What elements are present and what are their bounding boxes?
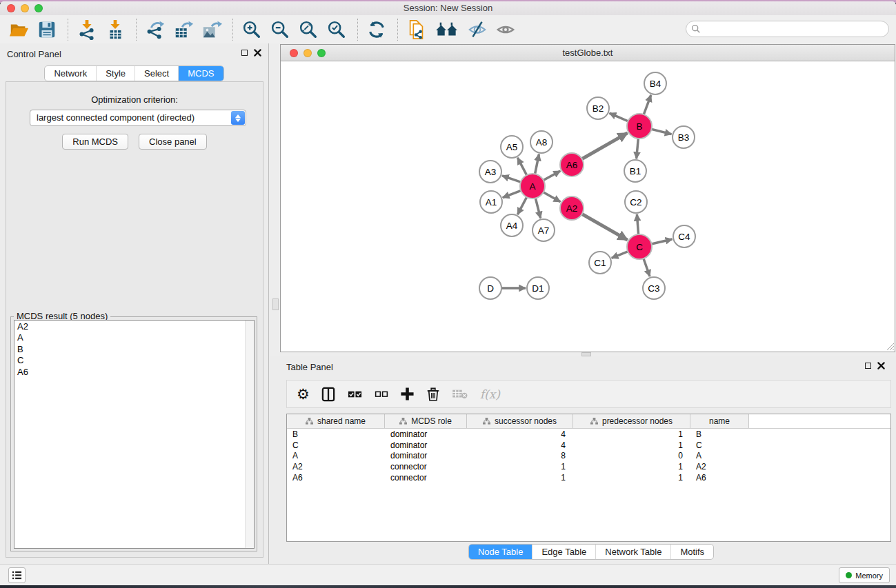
optimization-criterion-select[interactable]: largest connected component (directed) xyxy=(30,110,246,126)
node-label-A8: A8 xyxy=(536,137,548,148)
node-label-A6: A6 xyxy=(566,160,578,170)
table-cell: A6 xyxy=(287,473,385,483)
save-session-icon[interactable] xyxy=(37,19,57,40)
table-row[interactable]: Bdominator41B xyxy=(287,429,890,440)
open-file-icon[interactable] xyxy=(8,19,29,40)
table-row[interactable]: Adominator80A xyxy=(287,451,890,462)
table-settings-icon[interactable]: ⚙ xyxy=(297,387,310,401)
mcds-result-item[interactable]: A6 xyxy=(17,367,28,378)
table-cell: connector xyxy=(385,462,467,472)
select-all-icon[interactable] xyxy=(348,387,363,402)
search-input[interactable] xyxy=(701,22,888,36)
export-table-icon[interactable] xyxy=(173,19,194,40)
deselect-all-icon[interactable] xyxy=(375,387,388,401)
table-cell: connector xyxy=(385,473,467,483)
float-panel-icon[interactable] xyxy=(241,50,248,56)
tab-network[interactable]: Network xyxy=(45,66,96,81)
tab-mcds[interactable]: MCDS xyxy=(178,66,223,81)
control-panel-header: Control Panel xyxy=(0,43,268,64)
column-header-name[interactable]: name xyxy=(690,414,749,428)
close-window-button[interactable] xyxy=(7,4,15,12)
network-canvas[interactable]: ABCA6A2A1A3A4A5A7A8B1B2B3B4C1C2C3C4DD1 xyxy=(281,61,895,351)
delete-column-icon[interactable] xyxy=(426,387,440,402)
show-panels-button[interactable] xyxy=(8,567,26,583)
table-header-row: shared nameMCDS rolesuccessor nodesprede… xyxy=(287,414,890,429)
network-close-button[interactable] xyxy=(290,49,298,57)
table-cell: A6 xyxy=(690,473,749,483)
zoom-in-icon[interactable] xyxy=(241,19,262,40)
node-label-B: B xyxy=(636,121,642,132)
toolbar-separator xyxy=(136,19,137,41)
mcds-result-item[interactable]: C xyxy=(17,355,28,366)
mcds-result-item[interactable]: A2 xyxy=(17,321,28,332)
close-panel-button[interactable]: Close panel xyxy=(139,134,207,150)
tab-select[interactable]: Select xyxy=(135,66,178,81)
table-panel-header: Table Panel xyxy=(270,356,896,377)
minimize-window-button[interactable] xyxy=(21,4,29,12)
tab-node-table[interactable]: Node Table xyxy=(469,545,532,559)
network-overview-icon[interactable] xyxy=(435,19,459,40)
add-column-icon[interactable] xyxy=(400,387,415,401)
application-window: Session: New Session xyxy=(0,1,896,585)
node-label-B3: B3 xyxy=(678,132,690,143)
run-mcds-button[interactable]: Run MCDS xyxy=(62,134,128,150)
close-panel-icon[interactable] xyxy=(877,362,885,369)
table-row[interactable]: A2connector11A2 xyxy=(287,461,890,472)
table-row[interactable]: Cdominator41C xyxy=(287,440,890,451)
network-graph[interactable]: ABCA6A2A1A3A4A5A7A8B1B2B3B4C1C2C3C4DD1 xyxy=(281,61,895,351)
tab-network-table[interactable]: Network Table xyxy=(595,545,670,559)
mcds-result-item[interactable]: B xyxy=(17,344,28,355)
import-table-icon[interactable] xyxy=(105,19,126,40)
column-header-MCDS-role[interactable]: MCDS role xyxy=(385,414,467,428)
node-label-A5: A5 xyxy=(506,142,518,152)
node-table[interactable]: shared nameMCDS rolesuccessor nodesprede… xyxy=(286,414,891,542)
node-label-C: C xyxy=(636,242,643,252)
column-header-empty xyxy=(749,414,890,428)
column-header-predecessor-nodes[interactable]: predecessor nodes xyxy=(573,414,690,428)
zoom-out-icon[interactable] xyxy=(270,19,290,40)
tab-edge-table[interactable]: Edge Table xyxy=(532,545,595,559)
node-label-A2: A2 xyxy=(566,203,578,214)
network-window-titlebar[interactable]: testGlobe.txt xyxy=(281,45,895,61)
node-label-C2: C2 xyxy=(630,197,641,207)
close-panel-icon[interactable] xyxy=(254,49,261,57)
export-image-icon[interactable] xyxy=(201,19,222,40)
column-header-shared-name[interactable]: shared name xyxy=(287,414,385,428)
vertical-splitter-handle[interactable] xyxy=(272,298,279,310)
export-network-icon[interactable] xyxy=(145,19,166,40)
column-header-successor-nodes[interactable]: successor nodes xyxy=(467,414,573,428)
hide-graphics-icon[interactable] xyxy=(467,19,488,40)
network-minimize-button[interactable] xyxy=(303,49,312,57)
table-cell: C xyxy=(287,440,385,450)
import-network-icon[interactable] xyxy=(77,19,97,40)
toolbar-separator xyxy=(68,19,68,41)
resize-grip[interactable] xyxy=(885,341,894,350)
memory-button[interactable]: Memory xyxy=(839,567,890,583)
zoom-fit-icon[interactable] xyxy=(298,19,319,40)
mcds-result-item[interactable]: A xyxy=(17,332,28,343)
zoom-window-button[interactable] xyxy=(34,4,43,12)
node-label-A1: A1 xyxy=(486,197,497,207)
column-selector-icon[interactable] xyxy=(321,387,336,402)
copy-network-icon[interactable] xyxy=(406,19,427,40)
tab-motifs[interactable]: Motifs xyxy=(670,545,713,559)
toolbar-separator xyxy=(357,19,358,41)
search-field[interactable] xyxy=(686,21,889,37)
mcds-result-scrollbar[interactable] xyxy=(245,321,254,548)
network-zoom-button[interactable] xyxy=(317,49,326,57)
list-icon xyxy=(12,570,22,580)
show-graphics-icon[interactable] xyxy=(495,19,516,40)
mcds-result-list[interactable]: A2ABCA6 xyxy=(14,320,255,549)
tab-style[interactable]: Style xyxy=(96,66,135,81)
table-row[interactable]: A6connector11A6 xyxy=(287,472,890,483)
node-label-B1: B1 xyxy=(630,166,641,176)
table-cell: 1 xyxy=(573,440,690,450)
right-area: testGlobe.txt ABCA6A2A1A3A4A5A7A8B1B2B3B… xyxy=(270,43,896,564)
network-window-title: testGlobe.txt xyxy=(281,45,895,61)
float-panel-icon[interactable] xyxy=(865,363,871,369)
control-panel-title: Control Panel xyxy=(7,49,61,59)
table-cell: B xyxy=(287,429,385,439)
refresh-layout-icon[interactable] xyxy=(366,19,387,40)
zoom-selected-icon[interactable] xyxy=(326,19,347,40)
optimization-criterion-value: largest connected component (directed) xyxy=(37,112,195,123)
